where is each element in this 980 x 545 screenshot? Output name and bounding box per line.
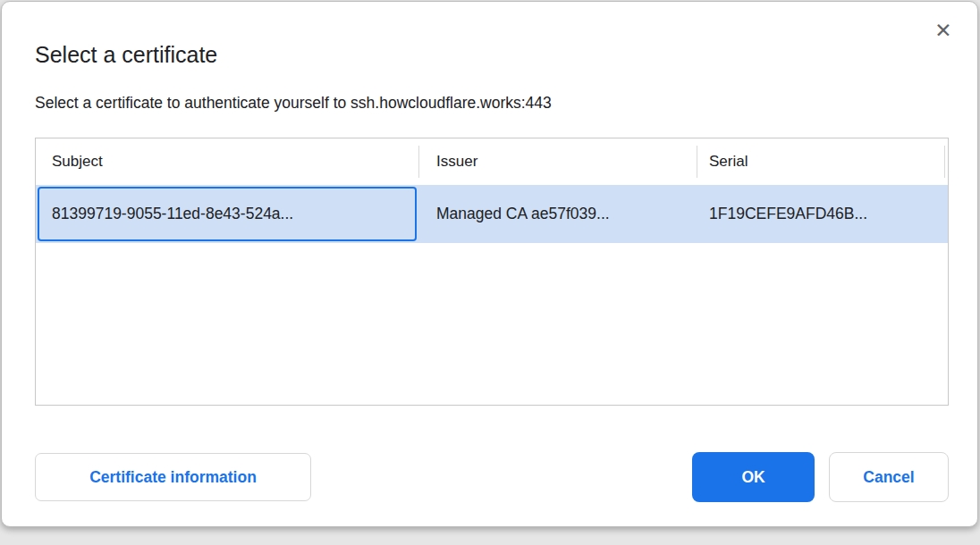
column-divider bbox=[697, 146, 697, 178]
cell-issuer: Managed CA ae57f039... bbox=[436, 185, 610, 243]
close-icon: ✕ bbox=[934, 19, 951, 42]
dialog-title: Select a certificate bbox=[35, 42, 217, 68]
cell-serial: 1F19CEFE9AFD46B... bbox=[709, 185, 867, 243]
dialog-subtitle: Select a certificate to authenticate you… bbox=[35, 94, 552, 113]
column-divider bbox=[418, 146, 419, 178]
ok-button[interactable]: OK bbox=[692, 452, 815, 502]
cancel-button[interactable]: Cancel bbox=[829, 452, 949, 502]
table-header: Subject Issuer Serial bbox=[36, 138, 948, 185]
column-header-subject: Subject bbox=[52, 138, 103, 185]
column-header-issuer: Issuer bbox=[436, 138, 477, 185]
certificate-row[interactable]: 81399719-9055-11ed-8e43-524a... Managed … bbox=[36, 185, 948, 243]
column-divider bbox=[944, 146, 945, 178]
certificate-table: Subject Issuer Serial 81399719-9055-11ed… bbox=[35, 138, 949, 406]
certificate-information-button[interactable]: Certificate information bbox=[35, 453, 311, 501]
close-button[interactable]: ✕ bbox=[929, 16, 958, 45]
column-header-serial: Serial bbox=[709, 138, 748, 185]
certificate-dialog: ✕ Select a certificate Select a certific… bbox=[1, 1, 978, 527]
cell-subject: 81399719-9055-11ed-8e43-524a... bbox=[52, 185, 293, 243]
